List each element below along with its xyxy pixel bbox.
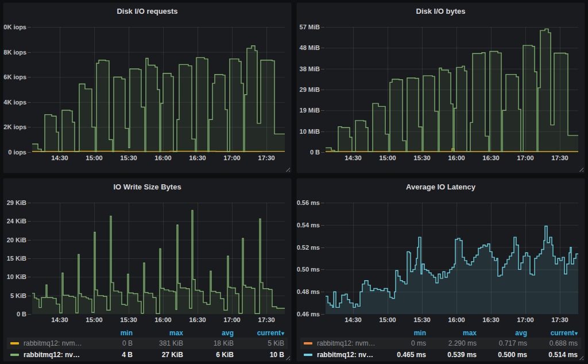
legend-series: rabbitmq12: nvme1n1: write [10, 339, 82, 347]
y-axis-tick [28, 77, 31, 78]
panel-resize-handle[interactable] [578, 166, 583, 172]
y-axis-label: 20 KiB [7, 237, 26, 243]
y-axis-label: 8K iops [3, 49, 26, 56]
x-axis-label: 14:30 [51, 316, 68, 323]
y-axis-label: 0 B [310, 149, 320, 156]
legend-sort-min[interactable]: min [82, 329, 133, 337]
plot-area[interactable] [326, 203, 578, 314]
legend-header-label: max [169, 329, 183, 337]
panel-disk-io-requests: Disk I/O requests 0 iops2K iops4K iops6K… [3, 2, 292, 173]
x-axis-label: 17:00 [517, 316, 533, 323]
y-axis-label: 0.54 ms [297, 222, 320, 229]
legend-current-value: 0.688 ms [527, 339, 578, 347]
series-color-swatch[interactable] [304, 354, 312, 356]
legend-row: rabbitmq12: nvme0n1: write4 B27 KiB6 KiB… [7, 349, 288, 361]
series-color-swatch[interactable] [10, 354, 19, 356]
y-axis-label: 38 MiB [300, 65, 320, 72]
legend-series: rabbitmq12: nvme0n1: write [304, 351, 376, 359]
plot-area[interactable] [32, 27, 285, 152]
panel-resize-handle[interactable] [285, 166, 290, 172]
sort-desc-icon: ▾ [575, 330, 578, 336]
panel-disk-io-bytes: Disk I/O bytes 0 B10 MiB19 MiB29 MiB38 M… [296, 2, 585, 173]
legend-header-row: minmaxavgcurrent▾ [7, 328, 288, 338]
legend-sort-avg[interactable]: avg [183, 329, 234, 337]
legend-sort-current[interactable]: current▾ [527, 329, 578, 337]
panel-title[interactable]: Average IO Latency [297, 183, 585, 191]
series-color-swatch[interactable] [304, 342, 312, 344]
legend-sort-min[interactable]: min [376, 329, 426, 337]
legend-series-label[interactable]: rabbitmq12: nvme1n1: write [317, 339, 376, 347]
y-axis-tick [321, 27, 324, 28]
legend-avg-value: 6 KiB [183, 351, 234, 359]
legend-series-label[interactable]: rabbitmq12: nvme1n1: write [24, 339, 82, 347]
x-axis-label: 15:30 [413, 154, 430, 161]
y-axis-tick [28, 152, 31, 153]
x-axis-label: 16:30 [482, 316, 499, 323]
legend-sort-max[interactable]: max [426, 329, 477, 337]
legend-series-label[interactable]: rabbitmq12: nvme0n1: write [317, 351, 376, 359]
y-axis-label: 29 MiB [300, 86, 320, 93]
y-axis-tick [321, 225, 324, 226]
y-axis-tick [28, 258, 31, 259]
y-axis-label: 24 KiB [7, 218, 26, 224]
panel-io-write-size-bytes: IO Write Size Bytes 0 B5 KiB10 KiB15 KiB… [3, 178, 292, 362]
sort-desc-icon: ▾ [281, 330, 284, 336]
legend-header-label: max [463, 329, 477, 337]
legend-sort-max[interactable]: max [133, 329, 183, 337]
x-axis-label: 16:30 [189, 316, 206, 323]
legend: minmaxavgcurrent▾rabbitmq12: nvme1n1: wr… [7, 328, 288, 361]
legend-max-value: 2.290 ms [426, 339, 477, 347]
y-axis: 0.46 ms0.48 ms0.50 ms0.52 ms0.54 ms0.56 … [297, 203, 326, 314]
plot-area[interactable] [32, 203, 285, 314]
y-axis-label: 4K iops [3, 99, 26, 106]
x-axis-label: 17:00 [223, 154, 240, 161]
y-axis-label: 48 MiB [300, 44, 320, 51]
panel-title[interactable]: Disk I/O requests [3, 7, 291, 16]
y-axis-tick [321, 152, 324, 153]
y-axis-label: 0.50 ms [297, 266, 320, 273]
legend-row: rabbitmq12: nvme1n1: write0 B381 KiB18 K… [7, 338, 288, 349]
x-axis-label: 17:00 [517, 154, 533, 161]
panel-title[interactable]: Disk I/O bytes [297, 7, 585, 16]
panel-title[interactable]: IO Write Size Bytes [3, 183, 291, 191]
y-axis-label: 10 KiB [7, 273, 26, 280]
x-axis-label: 15:00 [86, 154, 102, 161]
y-axis-label: 19 MiB [300, 107, 320, 114]
y-axis-tick [28, 240, 31, 241]
series-color-swatch[interactable] [10, 342, 19, 344]
chart-canvas [326, 203, 578, 314]
legend-current-value: 10 B [234, 351, 284, 359]
legend-min-value: 4 B [82, 351, 133, 359]
x-axis-label: 17:30 [551, 316, 568, 323]
x-axis-label: 14:30 [345, 316, 361, 323]
x-axis-label: 16:30 [189, 154, 206, 161]
chart-canvas [32, 203, 285, 314]
legend-max-value: 27 KiB [133, 351, 183, 359]
y-axis-label: 0 B [17, 311, 26, 317]
x-axis-label: 14:30 [51, 154, 68, 161]
y-axis-tick [321, 48, 324, 48]
plot-area[interactable] [326, 27, 578, 152]
legend-series-label[interactable]: rabbitmq12: nvme0n1: write [24, 351, 82, 359]
x-axis-label: 15:00 [379, 316, 396, 323]
y-axis-label: 15 KiB [7, 255, 26, 262]
y-axis-tick [28, 296, 31, 296]
y-axis-tick [28, 52, 31, 53]
x-axis-label: 15:30 [120, 154, 137, 161]
legend-series: rabbitmq12: nvme0n1: write [10, 351, 82, 359]
legend-min-value: 0 B [82, 339, 133, 347]
y-axis: 0 B5 KiB10 KiB15 KiB20 KiB24 KiB29 KiB [3, 203, 32, 314]
legend: minmaxavgcurrent▾rabbitmq12: nvme1n1: wr… [300, 328, 581, 361]
legend-sort-avg[interactable]: avg [477, 329, 527, 337]
y-axis-tick [321, 203, 324, 203]
x-axis-label: 17:00 [223, 316, 240, 323]
y-axis-tick [28, 27, 31, 28]
y-axis-label: 5 KiB [10, 292, 26, 299]
x-axis-label: 16:00 [154, 154, 171, 161]
x-axis-label: 15:30 [413, 316, 430, 323]
legend-sort-current[interactable]: current▾ [234, 329, 284, 337]
legend-row: rabbitmq12: nvme1n1: write0 ms2.290 ms0.… [300, 338, 581, 349]
legend-header-label: min [414, 329, 426, 337]
x-axis: 14:3015:0015:3016:0016:3017:0017:30 [32, 316, 285, 326]
legend-avg-value: 0.717 ms [477, 339, 527, 347]
